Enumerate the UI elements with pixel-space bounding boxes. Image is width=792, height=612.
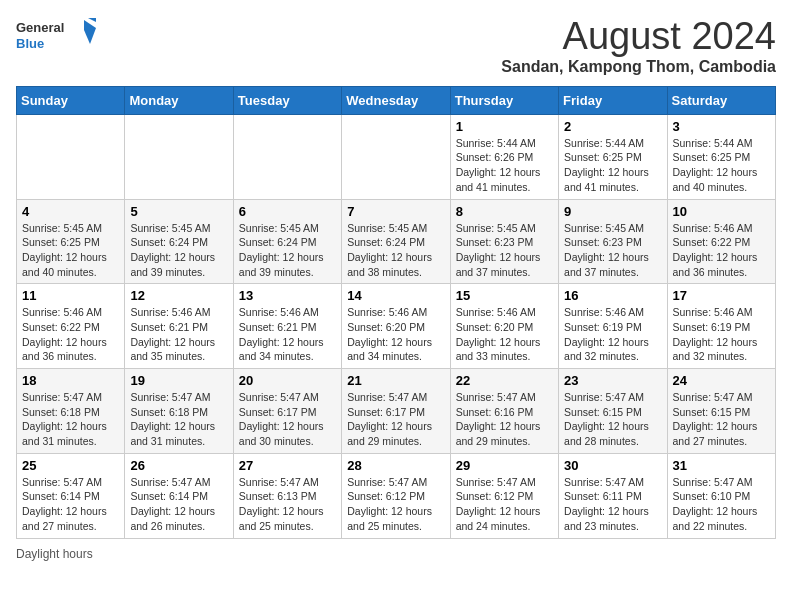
day-number: 11 [22,288,119,303]
day-number: 26 [130,458,227,473]
day-number: 15 [456,288,553,303]
svg-marker-2 [84,20,96,44]
day-detail: Sunrise: 5:46 AM Sunset: 6:19 PM Dayligh… [673,305,770,364]
day-number: 6 [239,204,336,219]
day-number: 21 [347,373,444,388]
calendar-cell [233,114,341,199]
calendar-cell: 17Sunrise: 5:46 AM Sunset: 6:19 PM Dayli… [667,284,775,369]
calendar-week-row: 25Sunrise: 5:47 AM Sunset: 6:14 PM Dayli… [17,453,776,538]
calendar-week-row: 4Sunrise: 5:45 AM Sunset: 6:25 PM Daylig… [17,199,776,284]
day-number: 24 [673,373,770,388]
day-detail: Sunrise: 5:47 AM Sunset: 6:18 PM Dayligh… [22,390,119,449]
calendar-week-row: 1Sunrise: 5:44 AM Sunset: 6:26 PM Daylig… [17,114,776,199]
day-number: 10 [673,204,770,219]
day-number: 9 [564,204,661,219]
day-detail: Sunrise: 5:47 AM Sunset: 6:14 PM Dayligh… [22,475,119,534]
calendar-cell: 2Sunrise: 5:44 AM Sunset: 6:25 PM Daylig… [559,114,667,199]
calendar-cell: 20Sunrise: 5:47 AM Sunset: 6:17 PM Dayli… [233,369,341,454]
day-number: 30 [564,458,661,473]
day-detail: Sunrise: 5:45 AM Sunset: 6:23 PM Dayligh… [456,221,553,280]
day-detail: Sunrise: 5:47 AM Sunset: 6:17 PM Dayligh… [347,390,444,449]
day-detail: Sunrise: 5:46 AM Sunset: 6:21 PM Dayligh… [130,305,227,364]
day-detail: Sunrise: 5:46 AM Sunset: 6:20 PM Dayligh… [456,305,553,364]
day-number: 27 [239,458,336,473]
day-number: 25 [22,458,119,473]
day-detail: Sunrise: 5:44 AM Sunset: 6:25 PM Dayligh… [564,136,661,195]
day-detail: Sunrise: 5:47 AM Sunset: 6:18 PM Dayligh… [130,390,227,449]
day-detail: Sunrise: 5:45 AM Sunset: 6:24 PM Dayligh… [347,221,444,280]
logo: General Blue [16,16,96,56]
day-detail: Sunrise: 5:47 AM Sunset: 6:12 PM Dayligh… [347,475,444,534]
calendar-cell: 24Sunrise: 5:47 AM Sunset: 6:15 PM Dayli… [667,369,775,454]
calendar-cell: 16Sunrise: 5:46 AM Sunset: 6:19 PM Dayli… [559,284,667,369]
location-title: Sandan, Kampong Thom, Cambodia [501,58,776,76]
calendar-cell: 6Sunrise: 5:45 AM Sunset: 6:24 PM Daylig… [233,199,341,284]
day-detail: Sunrise: 5:46 AM Sunset: 6:22 PM Dayligh… [673,221,770,280]
day-number: 7 [347,204,444,219]
day-number: 29 [456,458,553,473]
calendar-cell: 8Sunrise: 5:45 AM Sunset: 6:23 PM Daylig… [450,199,558,284]
calendar-cell: 10Sunrise: 5:46 AM Sunset: 6:22 PM Dayli… [667,199,775,284]
day-detail: Sunrise: 5:44 AM Sunset: 6:25 PM Dayligh… [673,136,770,195]
svg-marker-3 [88,18,96,22]
day-detail: Sunrise: 5:47 AM Sunset: 6:13 PM Dayligh… [239,475,336,534]
calendar-cell: 27Sunrise: 5:47 AM Sunset: 6:13 PM Dayli… [233,453,341,538]
svg-text:Blue: Blue [16,36,44,51]
calendar-cell: 31Sunrise: 5:47 AM Sunset: 6:10 PM Dayli… [667,453,775,538]
title-area: August 2024 Sandan, Kampong Thom, Cambod… [501,16,776,76]
day-detail: Sunrise: 5:46 AM Sunset: 6:20 PM Dayligh… [347,305,444,364]
calendar-cell: 13Sunrise: 5:46 AM Sunset: 6:21 PM Dayli… [233,284,341,369]
calendar-cell: 29Sunrise: 5:47 AM Sunset: 6:12 PM Dayli… [450,453,558,538]
calendar-cell: 7Sunrise: 5:45 AM Sunset: 6:24 PM Daylig… [342,199,450,284]
calendar-cell: 1Sunrise: 5:44 AM Sunset: 6:26 PM Daylig… [450,114,558,199]
calendar-cell: 9Sunrise: 5:45 AM Sunset: 6:23 PM Daylig… [559,199,667,284]
day-detail: Sunrise: 5:47 AM Sunset: 6:14 PM Dayligh… [130,475,227,534]
day-number: 8 [456,204,553,219]
calendar-header-row: SundayMondayTuesdayWednesdayThursdayFrid… [17,86,776,114]
day-number: 3 [673,119,770,134]
calendar-cell: 19Sunrise: 5:47 AM Sunset: 6:18 PM Dayli… [125,369,233,454]
calendar-cell: 28Sunrise: 5:47 AM Sunset: 6:12 PM Dayli… [342,453,450,538]
day-detail: Sunrise: 5:46 AM Sunset: 6:22 PM Dayligh… [22,305,119,364]
day-header-friday: Friday [559,86,667,114]
day-detail: Sunrise: 5:45 AM Sunset: 6:23 PM Dayligh… [564,221,661,280]
day-detail: Sunrise: 5:45 AM Sunset: 6:25 PM Dayligh… [22,221,119,280]
day-number: 20 [239,373,336,388]
calendar-cell: 4Sunrise: 5:45 AM Sunset: 6:25 PM Daylig… [17,199,125,284]
day-number: 19 [130,373,227,388]
month-title: August 2024 [501,16,776,58]
footer-note: Daylight hours [16,547,776,561]
calendar-cell: 14Sunrise: 5:46 AM Sunset: 6:20 PM Dayli… [342,284,450,369]
calendar-cell: 3Sunrise: 5:44 AM Sunset: 6:25 PM Daylig… [667,114,775,199]
day-header-tuesday: Tuesday [233,86,341,114]
day-detail: Sunrise: 5:46 AM Sunset: 6:19 PM Dayligh… [564,305,661,364]
calendar-cell: 12Sunrise: 5:46 AM Sunset: 6:21 PM Dayli… [125,284,233,369]
calendar-cell: 26Sunrise: 5:47 AM Sunset: 6:14 PM Dayli… [125,453,233,538]
calendar-cell: 5Sunrise: 5:45 AM Sunset: 6:24 PM Daylig… [125,199,233,284]
calendar-cell: 11Sunrise: 5:46 AM Sunset: 6:22 PM Dayli… [17,284,125,369]
calendar-cell: 25Sunrise: 5:47 AM Sunset: 6:14 PM Dayli… [17,453,125,538]
calendar-cell [17,114,125,199]
day-number: 14 [347,288,444,303]
day-detail: Sunrise: 5:47 AM Sunset: 6:16 PM Dayligh… [456,390,553,449]
day-number: 4 [22,204,119,219]
calendar-cell: 30Sunrise: 5:47 AM Sunset: 6:11 PM Dayli… [559,453,667,538]
calendar-cell: 21Sunrise: 5:47 AM Sunset: 6:17 PM Dayli… [342,369,450,454]
logo-svg: General Blue [16,16,96,56]
day-number: 16 [564,288,661,303]
calendar-cell [342,114,450,199]
calendar-cell: 18Sunrise: 5:47 AM Sunset: 6:18 PM Dayli… [17,369,125,454]
day-number: 12 [130,288,227,303]
day-detail: Sunrise: 5:45 AM Sunset: 6:24 PM Dayligh… [130,221,227,280]
day-header-saturday: Saturday [667,86,775,114]
day-detail: Sunrise: 5:47 AM Sunset: 6:11 PM Dayligh… [564,475,661,534]
day-detail: Sunrise: 5:44 AM Sunset: 6:26 PM Dayligh… [456,136,553,195]
calendar-week-row: 11Sunrise: 5:46 AM Sunset: 6:22 PM Dayli… [17,284,776,369]
day-detail: Sunrise: 5:47 AM Sunset: 6:17 PM Dayligh… [239,390,336,449]
calendar-week-row: 18Sunrise: 5:47 AM Sunset: 6:18 PM Dayli… [17,369,776,454]
daylight-label: Daylight hours [16,547,93,561]
day-detail: Sunrise: 5:47 AM Sunset: 6:15 PM Dayligh… [673,390,770,449]
day-detail: Sunrise: 5:46 AM Sunset: 6:21 PM Dayligh… [239,305,336,364]
header: General Blue August 2024 Sandan, Kampong… [16,16,776,76]
day-header-thursday: Thursday [450,86,558,114]
